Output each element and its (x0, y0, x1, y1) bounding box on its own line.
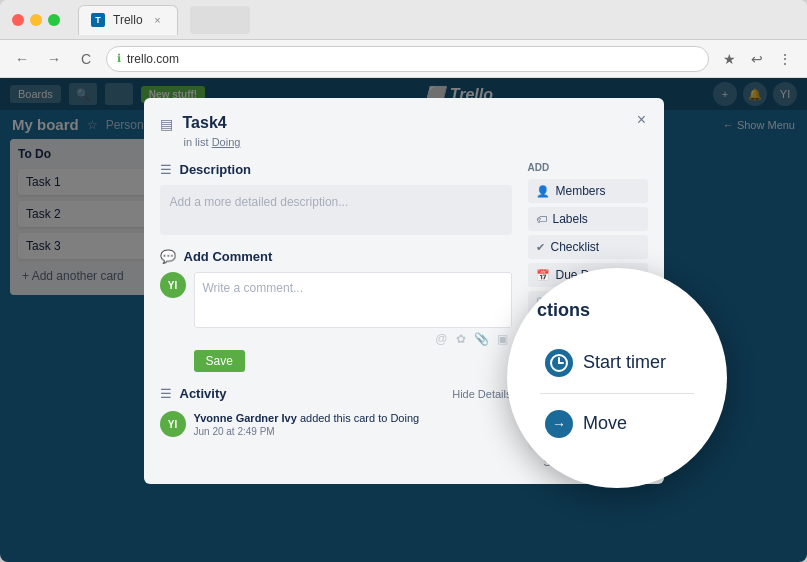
tab-title: Trello (113, 13, 143, 27)
browser-tab[interactable]: T Trello × (78, 5, 178, 35)
add-section-title: Add (528, 162, 648, 173)
bookmark-button[interactable]: ★ (717, 47, 741, 71)
labels-label: Labels (553, 212, 588, 226)
comment-area-wrapper: Write a comment... @ ✿ 📎 ▣ (194, 272, 512, 346)
activity-section: ☰ Activity Hide Details YI Yvonne Gardne… (160, 386, 512, 437)
modal-title: Task4 (183, 114, 227, 132)
maximize-traffic-light[interactable] (48, 14, 60, 26)
media-icon[interactable]: ▣ (497, 332, 508, 346)
extension-button[interactable]: ↩ (745, 47, 769, 71)
labels-button[interactable]: 🏷 Labels (528, 207, 648, 231)
activity-user: Yvonne Gardner Ivy (194, 412, 297, 424)
browser-nav: ← → C ℹ trello.com ★ ↩ ⋮ (0, 40, 807, 78)
mention-icon[interactable]: @ (435, 332, 447, 346)
modal-title-row: ▤ Task4 (160, 114, 648, 132)
description-header: ☰ Description (160, 162, 512, 177)
activity-action: added this card to Doing (300, 412, 419, 424)
traffic-lights (12, 14, 60, 26)
activity-text: Yvonne Gardner Ivy added this card to Do… (194, 411, 420, 426)
tab-placeholder (190, 6, 250, 34)
back-button[interactable]: ← (10, 47, 34, 71)
comment-header: 💬 Add Comment (160, 249, 512, 264)
trello-app: Boards 🔍 New stuff! ⬜ Trello + 🔔 YI My b… (0, 78, 807, 562)
move-popup-icon: → (545, 410, 573, 438)
popup-divider (540, 393, 694, 394)
checklist-icon: ✔ (536, 241, 545, 254)
avatar: YI (160, 272, 186, 298)
refresh-button[interactable]: C (74, 47, 98, 71)
members-label: Members (556, 184, 606, 198)
activity-content: Yvonne Gardner Ivy added this card to Do… (194, 411, 420, 437)
move-label: Move (583, 413, 627, 434)
start-timer-popup-item[interactable]: Start timer (529, 341, 705, 385)
comment-icons: @ ✿ 📎 ▣ (194, 332, 512, 346)
modal-close-button[interactable]: × (630, 108, 654, 132)
start-timer-label: Start timer (583, 352, 666, 373)
card-icon: ▤ (160, 116, 173, 132)
add-comment-section: YI Write a comment... @ ✿ 📎 ▣ (160, 272, 512, 372)
start-timer-icon (545, 349, 573, 377)
labels-icon: 🏷 (536, 213, 547, 225)
comment-header-icon: 💬 (160, 249, 176, 264)
activity-title-row: ☰ Activity (160, 386, 227, 401)
menu-button[interactable]: ⋮ (773, 47, 797, 71)
browser-window: T Trello × ← → C ℹ trello.com ★ ↩ ⋮ Boar… (0, 0, 807, 562)
address-bar[interactable]: ℹ trello.com (106, 46, 709, 72)
add-comment-title: Add Comment (184, 249, 273, 264)
actions-popup: ctions Start timer → Move (507, 268, 727, 488)
activity-avatar: YI (160, 411, 186, 437)
emoji-icon[interactable]: ✿ (456, 332, 466, 346)
address-text: trello.com (127, 52, 179, 66)
modal-subtitle: in list Doing (184, 136, 648, 148)
description-icon: ☰ (160, 162, 172, 177)
members-button[interactable]: 👤 Members (528, 179, 648, 203)
hide-details-button[interactable]: Hide Details (452, 388, 511, 400)
close-traffic-light[interactable] (12, 14, 24, 26)
list-link[interactable]: Doing (212, 136, 241, 148)
forward-button[interactable]: → (42, 47, 66, 71)
tab-favicon: T (91, 13, 105, 27)
due-date-icon: 📅 (536, 269, 550, 282)
checklist-label: Checklist (551, 240, 600, 254)
browser-titlebar: T Trello × (0, 0, 807, 40)
save-comment-button[interactable]: Save (194, 350, 245, 372)
attach-comment-icon[interactable]: 📎 (474, 332, 489, 346)
move-popup-item[interactable]: → Move (529, 402, 705, 446)
activity-icon: ☰ (160, 386, 172, 401)
description-title: Description (180, 162, 252, 177)
checklist-button[interactable]: ✔ Checklist (528, 235, 648, 259)
nav-actions: ★ ↩ ⋮ (717, 47, 797, 71)
activity-time: Jun 20 at 2:49 PM (194, 426, 420, 437)
description-area[interactable]: Add a more detailed description... (160, 185, 512, 235)
comment-input[interactable]: Write a comment... (194, 272, 512, 328)
actions-popup-label: ctions (537, 300, 590, 321)
activity-title: Activity (180, 386, 227, 401)
secure-icon: ℹ (117, 52, 121, 65)
tab-close-button[interactable]: × (151, 13, 165, 27)
modal-main: ☰ Description Add a more detailed descri… (160, 162, 512, 468)
minimize-traffic-light[interactable] (30, 14, 42, 26)
activity-item: YI Yvonne Gardner Ivy added this card to… (160, 411, 512, 437)
activity-header: ☰ Activity Hide Details (160, 386, 512, 401)
comment-row: YI Write a comment... @ ✿ 📎 ▣ (160, 272, 512, 346)
members-icon: 👤 (536, 185, 550, 198)
